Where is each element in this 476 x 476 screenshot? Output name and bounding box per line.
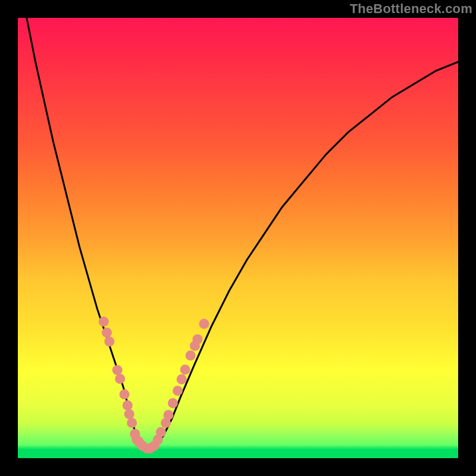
data-marker bbox=[177, 374, 187, 384]
data-marker bbox=[99, 317, 109, 327]
data-marker bbox=[120, 389, 130, 399]
bottleneck-curve bbox=[18, 0, 458, 449]
data-marker bbox=[156, 427, 166, 437]
data-marker bbox=[115, 374, 125, 384]
data-marker bbox=[164, 410, 174, 420]
data-markers bbox=[99, 317, 209, 453]
data-marker bbox=[127, 418, 137, 428]
data-marker bbox=[123, 400, 133, 411]
data-marker bbox=[192, 334, 202, 345]
plot-area bbox=[18, 18, 458, 458]
data-marker bbox=[112, 365, 123, 375]
chart-svg bbox=[18, 18, 458, 458]
data-marker bbox=[124, 409, 134, 419]
data-marker bbox=[104, 336, 114, 346]
data-marker bbox=[168, 398, 178, 408]
data-marker bbox=[186, 350, 196, 361]
watermark-text: TheBottleneck.com bbox=[350, 1, 472, 17]
data-marker bbox=[180, 365, 190, 375]
data-marker bbox=[199, 319, 209, 329]
chart-frame: TheBottleneck.com bbox=[0, 0, 476, 476]
data-marker bbox=[173, 386, 183, 396]
data-marker bbox=[102, 328, 112, 338]
